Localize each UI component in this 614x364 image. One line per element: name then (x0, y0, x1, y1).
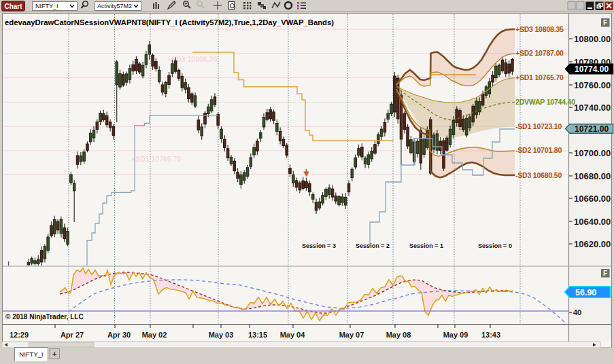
svg-text:40: 40 (573, 308, 581, 316)
svg-text:May 08: May 08 (386, 331, 411, 339)
svg-text:+SD3 10808.35: +SD3 10808.35 (515, 25, 564, 33)
svg-text:May 07: May 07 (339, 331, 364, 339)
svg-text:NIFTY_I: NIFTY_I (19, 350, 43, 358)
svg-text:10660.00: 10660.00 (574, 194, 611, 204)
svg-text:10620.00: 10620.00 (574, 239, 611, 249)
svg-text:F: F (603, 19, 607, 26)
svg-text:-SD3 10680.50: -SD3 10680.50 (515, 171, 562, 179)
svg-text:13:43: 13:43 (481, 331, 500, 339)
svg-text:10680.00: 10680.00 (574, 171, 611, 181)
svg-text:Activity57M2: Activity57M2 (97, 3, 132, 10)
svg-text:May 03: May 03 (209, 331, 234, 339)
svg-text:Apr 30: Apr 30 (107, 331, 131, 339)
svg-text:10721.00: 10721.00 (575, 124, 609, 134)
svg-text:10800.00: 10800.00 (574, 34, 611, 44)
svg-text:10700.00: 10700.00 (574, 148, 611, 158)
svg-text:© 2018 NinjaTrader, LLC: © 2018 NinjaTrader, LLC (5, 313, 84, 321)
svg-text:56.90: 56.90 (575, 288, 596, 297)
svg-text:13:15: 13:15 (248, 331, 267, 339)
svg-text:May 09: May 09 (443, 331, 468, 339)
svg-text:Session = 3: Session = 3 (302, 242, 336, 249)
svg-text:Session = 2: Session = 2 (356, 242, 390, 249)
svg-text:2DVWAP 10744.40: 2DVWAP 10744.40 (515, 98, 575, 106)
svg-text:+SD1 10765.70: +SD1 10765.70 (131, 155, 181, 163)
svg-text:+SD2 10787.00: +SD2 10787.00 (515, 49, 564, 57)
svg-text:May 04: May 04 (280, 331, 306, 339)
svg-text:May 02: May 02 (142, 331, 167, 339)
svg-text:Session = 1: Session = 1 (409, 242, 443, 249)
svg-text:10740.00: 10740.00 (574, 103, 611, 113)
svg-text:+: + (52, 350, 56, 358)
svg-text:-SD2 10701.80: -SD2 10701.80 (515, 146, 562, 154)
svg-text:edevaayDrawCatorNSessionVWAPNT: edevaayDrawCatorNSessionVWAPNT8(NIFTY_I … (5, 18, 334, 26)
svg-text:F: F (603, 270, 607, 277)
svg-text:10640.00: 10640.00 (574, 217, 611, 227)
svg-text:Chart: Chart (4, 3, 22, 10)
svg-text:Apr 27: Apr 27 (61, 331, 84, 339)
svg-text:-SD1 10723.10: -SD1 10723.10 (515, 122, 562, 130)
svg-text:NIFTY_I: NIFTY_I (35, 3, 58, 10)
svg-text:+SD1 10765.70: +SD1 10765.70 (515, 73, 564, 81)
svg-text:12:29: 12:29 (10, 331, 29, 339)
svg-text:Session = 0: Session = 0 (478, 242, 512, 249)
svg-text:10760.00: 10760.00 (574, 80, 611, 90)
svg-text:10774.00: 10774.00 (575, 65, 609, 74)
